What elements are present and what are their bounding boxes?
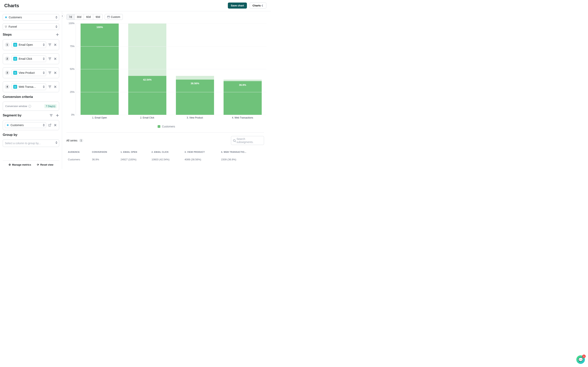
add-step-button[interactable] <box>56 33 59 36</box>
select-caret-icon <box>56 142 57 145</box>
chart-type-label: Funnel <box>8 25 17 28</box>
groupby-select[interactable]: Select a column to group by... <box>3 140 59 147</box>
step-event-select[interactable]: ◎ Email Click <box>11 55 46 62</box>
dataset-select[interactable]: ✱ Customers <box>3 14 59 21</box>
bar-value: 42.54% <box>128 76 166 115</box>
gear-icon: ⚙ <box>8 163 11 166</box>
select-caret-icon <box>56 26 57 28</box>
step-event-select[interactable]: ◎ Email Open <box>11 42 46 48</box>
step-filter-button[interactable] <box>48 71 51 75</box>
select-caret-icon <box>43 124 44 126</box>
bar-value: 38.56% <box>176 80 214 115</box>
bar-value: 36.9% <box>224 81 262 115</box>
remove-step-button[interactable] <box>53 85 57 89</box>
save-chart-button[interactable]: Save chart <box>228 2 247 8</box>
y-tick: 0% <box>71 113 75 116</box>
legend-swatch <box>157 125 160 128</box>
step-number: 3 <box>5 70 9 75</box>
table-header: 2. EMAIL CLICK <box>150 149 183 155</box>
x-label: 3. View Product <box>171 115 219 119</box>
y-tick: 75% <box>70 45 75 48</box>
snowflake-icon: ✱ <box>5 16 7 19</box>
cube-icon: ◎ <box>13 85 17 89</box>
step-row: 1 ◎ Email Open <box>3 39 59 50</box>
groupby-heading: Group by <box>3 133 17 137</box>
x-label: 2. Email Click <box>123 115 171 119</box>
cube-icon: ◎ <box>13 71 17 75</box>
segment-chip[interactable]: ✱ Customers <box>5 122 46 128</box>
remove-step-button[interactable] <box>53 71 57 75</box>
remove-step-button[interactable] <box>53 57 57 60</box>
table-header: 4. WEB TRANSACTIO... <box>219 149 264 155</box>
series-table: AUDIENCECONVERSION1. EMAIL OPEN2. EMAIL … <box>66 149 264 164</box>
step-number: 4 <box>5 84 9 89</box>
step-label: Web Transacti... <box>19 85 37 88</box>
step-label: View Product <box>19 71 35 74</box>
step-filter-button[interactable] <box>48 43 51 47</box>
conversion-window-value: 7 Day(s) <box>44 104 57 108</box>
x-label: 4. Web Transactions <box>219 115 266 119</box>
criteria-heading: Conversion criteria <box>3 95 33 99</box>
range-7d-button[interactable]: 7d <box>66 14 75 20</box>
step-label: Email Open <box>19 43 33 46</box>
y-tick: 100% <box>68 22 75 25</box>
step-event-select[interactable]: ◎ Web Transacti... <box>11 83 46 90</box>
range-30d-button[interactable]: 30d <box>75 14 84 20</box>
custom-range-button[interactable]: Custom <box>105 14 123 20</box>
charts-nav-button[interactable]: Charts <box>250 2 266 8</box>
manage-metrics-button[interactable]: ⚙ Manage metrics <box>8 163 31 166</box>
search-icon <box>233 139 235 142</box>
select-caret-icon <box>43 86 44 88</box>
x-label: 1. Email Open <box>76 115 123 119</box>
steps-heading: Steps <box>3 33 12 37</box>
step-filter-button[interactable] <box>48 57 51 60</box>
select-caret-icon <box>43 44 44 46</box>
calendar-icon <box>107 16 110 18</box>
cube-icon: ◎ <box>13 57 17 61</box>
step-number: 1 <box>5 42 9 47</box>
segment-row: ✱ Customers <box>3 120 59 130</box>
snowflake-icon: ✱ <box>7 124 9 127</box>
conversion-window-box[interactable]: Conversion window i 7 Day(s) <box>3 101 59 111</box>
table-header: AUDIENCE <box>66 149 90 155</box>
range-60d-button[interactable]: 60d <box>84 14 93 20</box>
step-number: 2 <box>5 56 9 61</box>
select-caret-icon <box>56 16 57 18</box>
dataset-label: Customers <box>9 16 22 19</box>
y-tick: 25% <box>70 91 75 93</box>
range-group: 7d30d60d90d <box>66 14 103 20</box>
table-header: CONVERSION <box>90 149 119 155</box>
y-tick: 50% <box>70 68 75 70</box>
reset-view-button[interactable]: ⟳ Reset view <box>37 163 53 166</box>
segment-filter-button[interactable] <box>50 114 53 117</box>
cube-icon: ◎ <box>13 43 17 47</box>
remove-step-button[interactable] <box>53 43 57 47</box>
step-event-select[interactable]: ◎ View Product <box>11 69 46 76</box>
chart-legend: Customers <box>66 125 266 128</box>
series-count-badge: 1 <box>79 139 83 142</box>
step-filter-button[interactable] <box>48 85 51 89</box>
add-segment-button[interactable] <box>56 114 59 117</box>
table-header: 3. VIEW PRODUCT <box>183 149 220 155</box>
remove-segment-button[interactable] <box>53 123 57 127</box>
open-segment-button[interactable] <box>48 123 51 127</box>
select-caret-icon <box>43 58 44 60</box>
funnel-icon: ▽ <box>5 25 7 28</box>
info-icon: i <box>28 105 31 108</box>
all-series-label: All series <box>66 139 77 142</box>
range-90d-button[interactable]: 90d <box>93 14 102 20</box>
segment-heading: Segment by <box>3 113 21 117</box>
step-row: 3 ◎ View Product <box>3 67 59 78</box>
page-title: Charts <box>4 3 19 8</box>
table-header: 1. EMAIL OPEN <box>119 149 150 155</box>
search-subsegments-input[interactable]: Search subsegments. <box>231 136 264 145</box>
chart-type-select[interactable]: ▽ Funnel <box>3 23 59 30</box>
step-row: 4 ◎ Web Transacti... <box>3 81 59 92</box>
chevron-left-icon <box>262 4 264 7</box>
collapse-sidebar-button[interactable] <box>62 14 64 18</box>
step-row: 2 ◎ Email Click <box>3 53 59 64</box>
select-caret-icon <box>43 72 44 74</box>
step-label: Email Click <box>19 57 32 60</box>
reset-icon: ⟳ <box>37 163 39 166</box>
table-row[interactable]: Customers36.9%24927 (100%)10603 (42.54%)… <box>66 155 264 164</box>
